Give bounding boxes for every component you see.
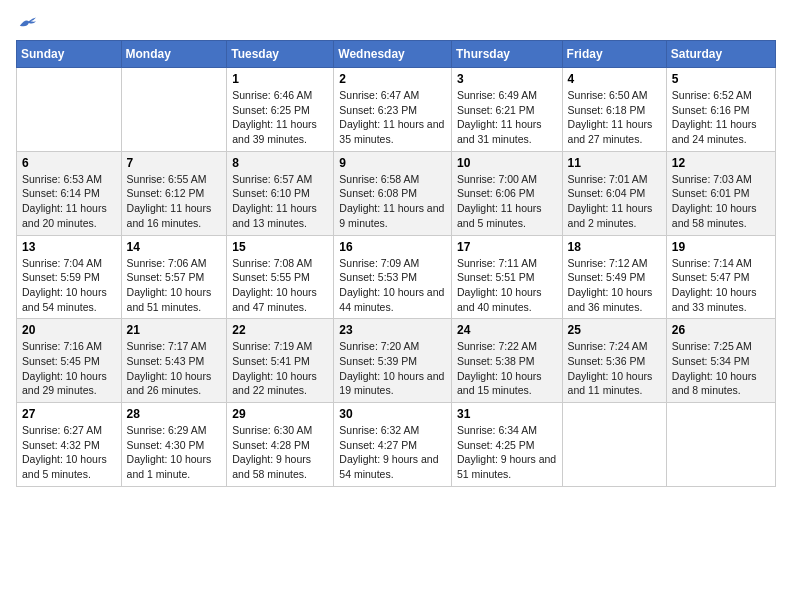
sunset-text: Sunset: 4:30 PM	[127, 439, 205, 451]
calendar-table: SundayMondayTuesdayWednesdayThursdayFrid…	[16, 40, 776, 487]
sunrise-text: Sunrise: 7:19 AM	[232, 340, 312, 352]
sunset-text: Sunset: 5:53 PM	[339, 271, 417, 283]
day-info: Sunrise: 7:06 AM Sunset: 5:57 PM Dayligh…	[127, 256, 222, 315]
day-info: Sunrise: 7:03 AM Sunset: 6:01 PM Dayligh…	[672, 172, 770, 231]
calendar-cell: 15 Sunrise: 7:08 AM Sunset: 5:55 PM Dayl…	[227, 235, 334, 319]
sunset-text: Sunset: 6:12 PM	[127, 187, 205, 199]
calendar-cell: 31 Sunrise: 6:34 AM Sunset: 4:25 PM Dayl…	[451, 403, 562, 487]
day-number: 25	[568, 323, 661, 337]
daylight-text: Daylight: 9 hours and 58 minutes.	[232, 453, 311, 480]
day-info: Sunrise: 7:20 AM Sunset: 5:39 PM Dayligh…	[339, 339, 446, 398]
day-info: Sunrise: 6:57 AM Sunset: 6:10 PM Dayligh…	[232, 172, 328, 231]
day-info: Sunrise: 7:14 AM Sunset: 5:47 PM Dayligh…	[672, 256, 770, 315]
sunrise-text: Sunrise: 6:34 AM	[457, 424, 537, 436]
sunrise-text: Sunrise: 7:06 AM	[127, 257, 207, 269]
day-number: 19	[672, 240, 770, 254]
daylight-text: Daylight: 9 hours and 51 minutes.	[457, 453, 556, 480]
day-number: 27	[22, 407, 116, 421]
calendar-cell: 13 Sunrise: 7:04 AM Sunset: 5:59 PM Dayl…	[17, 235, 122, 319]
calendar-week-1: 1 Sunrise: 6:46 AM Sunset: 6:25 PM Dayli…	[17, 68, 776, 152]
daylight-text: Daylight: 11 hours and 20 minutes.	[22, 202, 107, 229]
day-number: 9	[339, 156, 446, 170]
day-number: 14	[127, 240, 222, 254]
sunrise-text: Sunrise: 7:22 AM	[457, 340, 537, 352]
day-number: 31	[457, 407, 557, 421]
calendar-cell: 3 Sunrise: 6:49 AM Sunset: 6:21 PM Dayli…	[451, 68, 562, 152]
daylight-text: Daylight: 11 hours and 9 minutes.	[339, 202, 444, 229]
sunset-text: Sunset: 5:41 PM	[232, 355, 310, 367]
daylight-text: Daylight: 10 hours and 29 minutes.	[22, 370, 107, 397]
sunrise-text: Sunrise: 7:25 AM	[672, 340, 752, 352]
day-number: 12	[672, 156, 770, 170]
calendar-cell: 10 Sunrise: 7:00 AM Sunset: 6:06 PM Dayl…	[451, 151, 562, 235]
calendar-cell: 9 Sunrise: 6:58 AM Sunset: 6:08 PM Dayli…	[334, 151, 452, 235]
sunrise-text: Sunrise: 7:12 AM	[568, 257, 648, 269]
sunrise-text: Sunrise: 7:01 AM	[568, 173, 648, 185]
sunset-text: Sunset: 4:32 PM	[22, 439, 100, 451]
sunrise-text: Sunrise: 7:20 AM	[339, 340, 419, 352]
sunrise-text: Sunrise: 6:32 AM	[339, 424, 419, 436]
sunset-text: Sunset: 5:49 PM	[568, 271, 646, 283]
day-number: 21	[127, 323, 222, 337]
sunset-text: Sunset: 5:38 PM	[457, 355, 535, 367]
day-info: Sunrise: 7:11 AM Sunset: 5:51 PM Dayligh…	[457, 256, 557, 315]
calendar-cell: 23 Sunrise: 7:20 AM Sunset: 5:39 PM Dayl…	[334, 319, 452, 403]
sunset-text: Sunset: 6:01 PM	[672, 187, 750, 199]
calendar-cell: 29 Sunrise: 6:30 AM Sunset: 4:28 PM Dayl…	[227, 403, 334, 487]
sunset-text: Sunset: 5:39 PM	[339, 355, 417, 367]
day-number: 1	[232, 72, 328, 86]
calendar-cell: 2 Sunrise: 6:47 AM Sunset: 6:23 PM Dayli…	[334, 68, 452, 152]
daylight-text: Daylight: 10 hours and 26 minutes.	[127, 370, 212, 397]
day-number: 8	[232, 156, 328, 170]
daylight-text: Daylight: 11 hours and 31 minutes.	[457, 118, 542, 145]
day-info: Sunrise: 6:49 AM Sunset: 6:21 PM Dayligh…	[457, 88, 557, 147]
sunrise-text: Sunrise: 7:00 AM	[457, 173, 537, 185]
calendar-cell: 26 Sunrise: 7:25 AM Sunset: 5:34 PM Dayl…	[666, 319, 775, 403]
day-number: 17	[457, 240, 557, 254]
sunset-text: Sunset: 6:06 PM	[457, 187, 535, 199]
sunrise-text: Sunrise: 7:08 AM	[232, 257, 312, 269]
daylight-text: Daylight: 10 hours and 47 minutes.	[232, 286, 317, 313]
day-info: Sunrise: 7:12 AM Sunset: 5:49 PM Dayligh…	[568, 256, 661, 315]
daylight-text: Daylight: 10 hours and 44 minutes.	[339, 286, 444, 313]
sunrise-text: Sunrise: 7:14 AM	[672, 257, 752, 269]
day-info: Sunrise: 7:01 AM Sunset: 6:04 PM Dayligh…	[568, 172, 661, 231]
daylight-text: Daylight: 10 hours and 5 minutes.	[22, 453, 107, 480]
daylight-text: Daylight: 11 hours and 24 minutes.	[672, 118, 757, 145]
sunset-text: Sunset: 4:27 PM	[339, 439, 417, 451]
day-number: 22	[232, 323, 328, 337]
calendar-week-2: 6 Sunrise: 6:53 AM Sunset: 6:14 PM Dayli…	[17, 151, 776, 235]
header-tuesday: Tuesday	[227, 41, 334, 68]
day-number: 16	[339, 240, 446, 254]
day-number: 29	[232, 407, 328, 421]
sunset-text: Sunset: 5:57 PM	[127, 271, 205, 283]
sunrise-text: Sunrise: 6:53 AM	[22, 173, 102, 185]
sunrise-text: Sunrise: 6:27 AM	[22, 424, 102, 436]
day-number: 11	[568, 156, 661, 170]
calendar-cell: 5 Sunrise: 6:52 AM Sunset: 6:16 PM Dayli…	[666, 68, 775, 152]
sunset-text: Sunset: 6:10 PM	[232, 187, 310, 199]
logo	[16, 16, 36, 30]
calendar-cell	[17, 68, 122, 152]
daylight-text: Daylight: 11 hours and 16 minutes.	[127, 202, 212, 229]
sunrise-text: Sunrise: 7:03 AM	[672, 173, 752, 185]
sunrise-text: Sunrise: 6:52 AM	[672, 89, 752, 101]
day-number: 15	[232, 240, 328, 254]
calendar-cell	[121, 68, 227, 152]
day-info: Sunrise: 6:46 AM Sunset: 6:25 PM Dayligh…	[232, 88, 328, 147]
sunrise-text: Sunrise: 6:49 AM	[457, 89, 537, 101]
day-info: Sunrise: 6:27 AM Sunset: 4:32 PM Dayligh…	[22, 423, 116, 482]
sunrise-text: Sunrise: 7:17 AM	[127, 340, 207, 352]
sunrise-text: Sunrise: 6:58 AM	[339, 173, 419, 185]
sunset-text: Sunset: 5:36 PM	[568, 355, 646, 367]
calendar-cell: 8 Sunrise: 6:57 AM Sunset: 6:10 PM Dayli…	[227, 151, 334, 235]
sunset-text: Sunset: 6:08 PM	[339, 187, 417, 199]
sunset-text: Sunset: 5:43 PM	[127, 355, 205, 367]
sunrise-text: Sunrise: 6:57 AM	[232, 173, 312, 185]
day-info: Sunrise: 6:47 AM Sunset: 6:23 PM Dayligh…	[339, 88, 446, 147]
sunset-text: Sunset: 5:34 PM	[672, 355, 750, 367]
sunrise-text: Sunrise: 6:46 AM	[232, 89, 312, 101]
day-info: Sunrise: 7:16 AM Sunset: 5:45 PM Dayligh…	[22, 339, 116, 398]
day-number: 4	[568, 72, 661, 86]
sunset-text: Sunset: 4:25 PM	[457, 439, 535, 451]
